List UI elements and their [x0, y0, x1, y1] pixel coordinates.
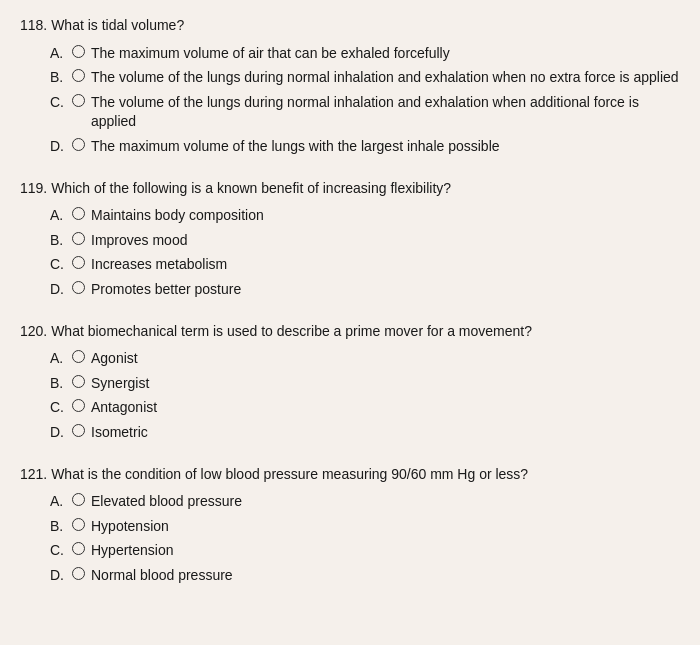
- radio-circle-icon[interactable]: [72, 94, 85, 107]
- option-label: B.: [50, 517, 72, 537]
- option-text: Elevated blood pressure: [91, 492, 242, 512]
- list-item[interactable]: C.The volume of the lungs during normal …: [50, 93, 680, 132]
- list-item[interactable]: B.Improves mood: [50, 231, 680, 251]
- radio-circle-icon[interactable]: [72, 375, 85, 388]
- options-list: A.The maximum volume of air that can be …: [20, 44, 680, 157]
- radio-circle-icon[interactable]: [72, 138, 85, 151]
- radio-circle-icon[interactable]: [72, 424, 85, 437]
- question-text: 120. What biomechanical term is used to …: [20, 322, 680, 342]
- option-label: B.: [50, 231, 72, 251]
- option-label: B.: [50, 68, 72, 88]
- list-item[interactable]: D.The maximum volume of the lungs with t…: [50, 137, 680, 157]
- radio-circle-icon[interactable]: [72, 232, 85, 245]
- option-label: D.: [50, 423, 72, 443]
- option-label: A.: [50, 349, 72, 369]
- list-item[interactable]: D.Normal blood pressure: [50, 566, 680, 586]
- radio-circle-icon[interactable]: [72, 493, 85, 506]
- list-item[interactable]: D.Promotes better posture: [50, 280, 680, 300]
- option-text: The maximum volume of the lungs with the…: [91, 137, 500, 157]
- option-text: Increases metabolism: [91, 255, 227, 275]
- option-label: D.: [50, 566, 72, 586]
- option-label: A.: [50, 206, 72, 226]
- options-list: A.AgonistB.SynergistC.AntagonistD.Isomet…: [20, 349, 680, 442]
- list-item[interactable]: B.Synergist: [50, 374, 680, 394]
- radio-circle-icon[interactable]: [72, 567, 85, 580]
- option-label: D.: [50, 280, 72, 300]
- option-text: The volume of the lungs during normal in…: [91, 93, 680, 132]
- option-label: A.: [50, 492, 72, 512]
- option-label: C.: [50, 93, 72, 113]
- list-item[interactable]: B.Hypotension: [50, 517, 680, 537]
- option-label: C.: [50, 398, 72, 418]
- question-text: 121. What is the condition of low blood …: [20, 465, 680, 485]
- options-list: A.Elevated blood pressureB.HypotensionC.…: [20, 492, 680, 585]
- option-label: C.: [50, 255, 72, 275]
- radio-circle-icon[interactable]: [72, 45, 85, 58]
- list-item[interactable]: A.Maintains body composition: [50, 206, 680, 226]
- option-text: Isometric: [91, 423, 148, 443]
- option-label: A.: [50, 44, 72, 64]
- radio-circle-icon[interactable]: [72, 350, 85, 363]
- option-label: D.: [50, 137, 72, 157]
- list-item[interactable]: A.Elevated blood pressure: [50, 492, 680, 512]
- question-block: 118. What is tidal volume?A.The maximum …: [20, 16, 680, 157]
- list-item[interactable]: C.Hypertension: [50, 541, 680, 561]
- radio-circle-icon[interactable]: [72, 207, 85, 220]
- question-block: 120. What biomechanical term is used to …: [20, 322, 680, 443]
- question-block: 119. Which of the following is a known b…: [20, 179, 680, 300]
- question-block: 121. What is the condition of low blood …: [20, 465, 680, 586]
- list-item[interactable]: B.The volume of the lungs during normal …: [50, 68, 680, 88]
- quiz-container: 118. What is tidal volume?A.The maximum …: [20, 16, 680, 585]
- option-text: Improves mood: [91, 231, 187, 251]
- radio-circle-icon[interactable]: [72, 69, 85, 82]
- list-item[interactable]: C.Antagonist: [50, 398, 680, 418]
- list-item[interactable]: C.Increases metabolism: [50, 255, 680, 275]
- option-text: Maintains body composition: [91, 206, 264, 226]
- option-text: Antagonist: [91, 398, 157, 418]
- option-text: The maximum volume of air that can be ex…: [91, 44, 450, 64]
- options-list: A.Maintains body compositionB.Improves m…: [20, 206, 680, 299]
- option-text: Normal blood pressure: [91, 566, 233, 586]
- radio-circle-icon[interactable]: [72, 518, 85, 531]
- list-item[interactable]: A.The maximum volume of air that can be …: [50, 44, 680, 64]
- option-text: Hypertension: [91, 541, 174, 561]
- option-text: Agonist: [91, 349, 138, 369]
- option-text: Synergist: [91, 374, 149, 394]
- option-label: C.: [50, 541, 72, 561]
- list-item[interactable]: A.Agonist: [50, 349, 680, 369]
- radio-circle-icon[interactable]: [72, 281, 85, 294]
- question-text: 118. What is tidal volume?: [20, 16, 680, 36]
- radio-circle-icon[interactable]: [72, 399, 85, 412]
- option-text: The volume of the lungs during normal in…: [91, 68, 679, 88]
- option-text: Hypotension: [91, 517, 169, 537]
- option-label: B.: [50, 374, 72, 394]
- question-text: 119. Which of the following is a known b…: [20, 179, 680, 199]
- list-item[interactable]: D.Isometric: [50, 423, 680, 443]
- radio-circle-icon[interactable]: [72, 256, 85, 269]
- radio-circle-icon[interactable]: [72, 542, 85, 555]
- option-text: Promotes better posture: [91, 280, 241, 300]
